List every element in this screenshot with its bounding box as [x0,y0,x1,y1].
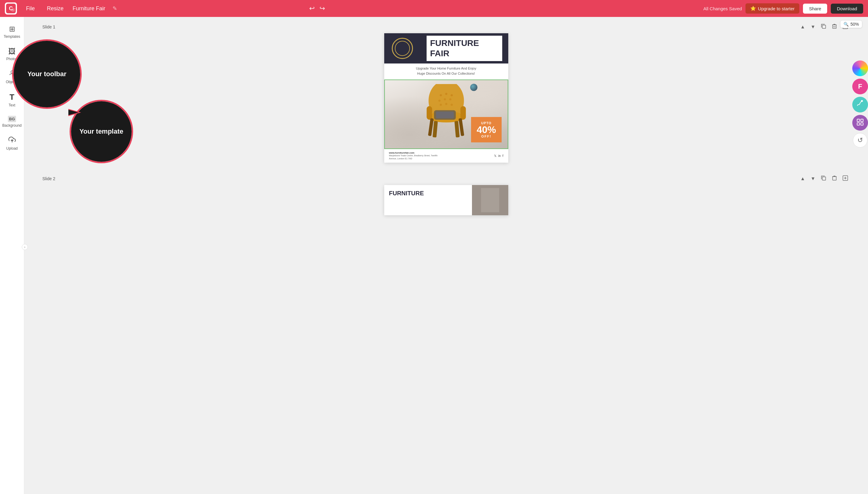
slide-1-header: Slide 1 ▲ ▼ [42,23,850,31]
sidebar-item-background[interactable]: BG Background [1,113,23,131]
template-tooltip-text: Your template [73,121,129,141]
sidebar-expand-button[interactable]: › [22,244,28,250]
chair-background: UPTO 40% OFF! [385,80,508,149]
slide-1-delete[interactable] [830,23,839,31]
discount-percentage: 40% [477,125,496,135]
slide1-subtitle: Upgrade Your Home Furniture And EnjoyHug… [384,63,508,79]
footer-website: www.furniturefair.com [389,151,438,154]
edit-title-icon[interactable]: ✎ [113,5,117,12]
download-button[interactable]: Download [831,4,863,14]
main-canvas: Slide 1 ▲ ▼ [24,17,868,494]
svg-rect-41 [857,123,860,125]
redo-button[interactable]: ↪ [319,4,325,13]
svg-point-18 [449,98,451,100]
footer-info: www.furniturefair.com Marylebone Trade C… [389,151,438,160]
slide-2-down[interactable]: ▼ [809,175,817,182]
slide2-title: FURNITURE [389,190,467,197]
slide2-preview: FURNITURE [384,185,508,215]
svg-rect-25 [427,106,432,120]
slide-1-wrapper: Slide 1 ▲ ▼ [42,23,850,163]
svg-point-38 [861,100,863,102]
svg-rect-30 [458,118,464,136]
svg-point-15 [450,94,453,96]
discount-badge: UPTO 40% OFF! [471,117,501,142]
file-menu[interactable]: File [23,4,38,14]
text-icon: T [10,93,15,102]
slide1-title-box: FURNITURE FAIR [421,33,508,64]
upload-label: Upload [6,146,18,151]
svg-rect-37 [481,188,499,212]
group-button[interactable] [852,115,868,131]
svg-rect-26 [460,106,466,120]
refresh-button[interactable]: ↺ [853,133,867,148]
slide2-image-preview [472,185,508,215]
background-label: Background [2,124,21,128]
undo-button[interactable]: ↩ [309,4,315,13]
slide1-title: FURNITURE FAIR [427,36,502,61]
right-sidebar: F ↺ [852,60,868,148]
sidebar-item-templates[interactable]: ⊞ Templates [1,22,23,42]
autosave-status: All Changes Saved [703,6,742,11]
slide1-logo-inner [395,41,410,56]
svg-point-19 [440,104,442,106]
zoom-control: 🔍 50% [841,21,862,28]
svg-point-14 [445,93,447,95]
paint-button[interactable] [852,97,868,112]
svg-rect-28 [455,121,460,137]
slide-1-label: Slide 1 [42,24,55,29]
svg-rect-24 [436,112,454,118]
slide1-footer: www.furniturefair.com Marylebone Trade C… [384,149,508,163]
slide1-logo-box [384,33,421,63]
font-button[interactable]: F [852,79,868,94]
slide-1-up[interactable]: ▲ [798,24,807,30]
zoom-icon: 🔍 [844,22,849,26]
template-tooltip-tail [68,110,79,115]
upgrade-button[interactable]: ⭐ Upgrade to starter [745,3,799,14]
svg-rect-40 [861,119,863,121]
footer-social: 𝕏 in f [494,154,503,157]
app-logo: C [5,2,17,15]
slide1-title-line2: FAIR [430,49,449,58]
slide-1-copy[interactable] [819,23,828,31]
upgrade-label: Upgrade to starter [758,6,794,11]
background-icon: BG [8,116,16,122]
slide1-logo-circle [392,38,413,59]
slide-2-card[interactable]: FURNITURE [384,185,508,215]
slide-2-label: Slide 2 [42,176,55,181]
facebook-icon: f [502,154,503,157]
slide-1-card[interactable]: FURNITURE FAIR Upgrade Your Home Furnitu… [384,33,508,163]
resize-menu[interactable]: Resize [44,4,67,14]
slide-2-delete[interactable] [830,175,839,183]
templates-label: Templates [4,35,20,39]
svg-rect-2 [12,8,15,12]
slide-1-down[interactable]: ▼ [809,24,817,30]
slide-2-header: Slide 2 ▲ ▼ [42,175,850,183]
svg-point-16 [438,99,440,101]
svg-rect-42 [861,123,863,125]
svg-point-17 [444,98,446,100]
svg-point-20 [445,103,447,105]
twitter-icon: 𝕏 [494,154,497,157]
photos-icon: 🖼 [8,47,16,56]
slide-2-wrapper: Slide 2 ▲ ▼ [42,175,850,215]
top-nav: C File Resize Furniture Fair ✎ ↩ ↪ All C… [0,0,868,17]
chair-svg [419,84,474,145]
slide2-title-area: FURNITURE [384,185,472,215]
document-title: Furniture Fair [73,5,105,12]
share-button[interactable]: Share [803,4,827,14]
svg-point-13 [440,94,442,96]
svg-rect-5 [822,25,826,28]
svg-rect-6 [833,25,836,28]
text-label: Text [8,103,15,107]
sidebar-item-upload[interactable]: Upload [1,133,23,154]
slide-2-add[interactable] [841,175,850,183]
slide-2-up[interactable]: ▲ [798,175,807,182]
zoom-level: 50% [850,22,859,26]
undo-redo-group: ↩ ↪ [309,4,325,13]
color-picker-button[interactable] [852,60,868,76]
svg-rect-29 [428,118,433,136]
svg-rect-32 [833,176,836,180]
slide-2-copy[interactable] [819,175,828,183]
svg-rect-31 [822,177,826,180]
slide-2-controls: ▲ ▼ [798,175,850,183]
